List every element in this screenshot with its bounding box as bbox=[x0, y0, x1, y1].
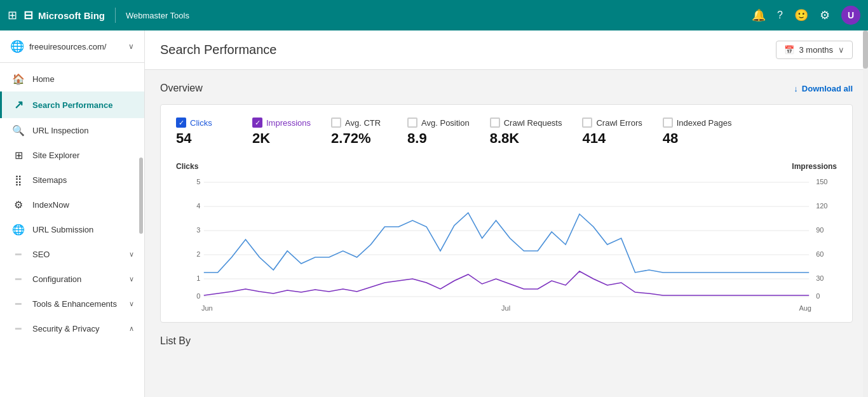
sidebar-item-site-explorer[interactable]: ⊞ Site Explorer bbox=[0, 143, 144, 168]
sidebar-item-indexnow[interactable]: ⚙ IndexNow bbox=[0, 192, 144, 217]
list-by-title: List By bbox=[160, 335, 191, 346]
date-filter-label: 3 months bbox=[799, 45, 833, 55]
indexed-pages-value: 48 bbox=[663, 130, 732, 147]
sidebar-item-home[interactable]: 🏠 Home bbox=[0, 67, 144, 91]
search-performance-icon: ↗ bbox=[12, 98, 25, 112]
sidebar-item-sitemaps[interactable]: ⣿ Sitemaps bbox=[0, 168, 144, 192]
metric-clicks-checkbox-row: Clicks bbox=[176, 118, 232, 128]
list-by-section: List By bbox=[160, 335, 853, 347]
metric-clicks: Clicks 54 bbox=[176, 118, 252, 147]
crawl-requests-value: 8.8K bbox=[490, 130, 562, 147]
header-right: 📅 3 months ∨ bbox=[776, 41, 853, 59]
topbar-right: 🔔 ? 🙂 ⚙ U bbox=[752, 6, 860, 25]
globe-icon: 🌐 bbox=[10, 39, 24, 53]
metric-impressions-checkbox-row: Impressions bbox=[252, 118, 311, 128]
sidebar-item-url-inspection[interactable]: 🔍 URL Inspection bbox=[0, 118, 144, 143]
clicks-line bbox=[204, 213, 809, 273]
download-label: Download all bbox=[802, 84, 853, 93]
avg-ctr-label: Avg. CTR bbox=[345, 118, 381, 128]
metric-crawl-requests-checkbox-row: Crawl Requests bbox=[490, 118, 562, 128]
crawl-requests-label: Crawl Requests bbox=[504, 118, 562, 128]
sitemaps-icon: ⣿ bbox=[12, 174, 25, 186]
sidebar-item-seo[interactable]: ━ SEO ∨ bbox=[0, 242, 144, 267]
topbar-logo: ⊟ Microsoft Bing bbox=[24, 8, 105, 22]
metric-impressions: Impressions 2K bbox=[252, 118, 331, 147]
topbar: ⊞ ⊟ Microsoft Bing Webmaster Tools 🔔 ? 🙂… bbox=[0, 0, 868, 30]
app-grid-icon[interactable]: ⊞ bbox=[8, 8, 17, 22]
layout: 🌐 freeuiresources.com/ ∨ 🏠 Home ↗ Search… bbox=[0, 30, 868, 397]
section-header: Overview ↓ Download all bbox=[160, 83, 853, 94]
sidebar-nav: 🏠 Home ↗ Search Performance 🔍 URL Inspec… bbox=[0, 63, 144, 397]
metric-position-checkbox-row: Avg. Position bbox=[407, 118, 470, 128]
clicks-checkbox[interactable] bbox=[176, 118, 186, 128]
stats-card: Clicks 54 Impressions 2K bbox=[160, 104, 853, 323]
x-label-jun: Jun bbox=[201, 304, 213, 312]
domain-selector[interactable]: 🌐 freeuiresources.com/ ∨ bbox=[0, 30, 144, 63]
main-scrollbar-thumb[interactable] bbox=[863, 30, 868, 69]
clicks-value: 54 bbox=[176, 130, 232, 147]
svg-text:4: 4 bbox=[196, 203, 200, 209]
smiley-icon[interactable]: 🙂 bbox=[794, 8, 808, 22]
url-submission-icon: 🌐 bbox=[12, 224, 25, 236]
metric-ctr-checkbox-row: Avg. CTR bbox=[331, 118, 387, 128]
date-filter[interactable]: 📅 3 months ∨ bbox=[776, 41, 853, 59]
calendar-icon: 📅 bbox=[784, 45, 794, 55]
sidebar-item-configuration-label: Configuration bbox=[32, 274, 81, 284]
date-filter-chevron-icon: ∨ bbox=[838, 45, 844, 55]
sidebar-item-sitemaps-label: Sitemaps bbox=[32, 175, 67, 185]
avg-ctr-checkbox[interactable] bbox=[331, 118, 341, 128]
seo-icon: ━ bbox=[12, 248, 25, 260]
x-label-aug: Aug bbox=[799, 304, 811, 312]
metric-crawl-errors: Crawl Errors 414 bbox=[582, 118, 662, 147]
avg-position-label: Avg. Position bbox=[421, 118, 470, 128]
svg-text:150: 150 bbox=[816, 178, 827, 185]
svg-text:90: 90 bbox=[816, 227, 824, 233]
avg-position-value: 8.9 bbox=[407, 130, 470, 147]
bell-icon[interactable]: 🔔 bbox=[752, 8, 766, 22]
svg-text:1: 1 bbox=[196, 275, 200, 281]
sidebar-item-url-inspection-label: URL Inspection bbox=[32, 126, 88, 135]
overview-title: Overview bbox=[160, 83, 203, 94]
tools-chevron-icon: ∨ bbox=[129, 300, 134, 308]
crawl-errors-value: 414 bbox=[582, 130, 642, 147]
configuration-chevron-icon: ∨ bbox=[129, 275, 134, 283]
sidebar-item-configuration[interactable]: ━ Configuration ∨ bbox=[0, 267, 144, 292]
sidebar-item-search-performance[interactable]: ↗ Search Performance bbox=[0, 91, 144, 118]
domain-name: freeuiresources.com/ bbox=[29, 42, 106, 51]
main-scrollbar-track bbox=[863, 30, 868, 397]
security-chevron-icon: ∧ bbox=[129, 325, 134, 333]
sidebar-item-tools-enhancements[interactable]: ━ Tools & Enhancements ∨ bbox=[0, 292, 144, 316]
chart-svg: 0 1 2 3 4 5 0 30 60 90 120 150 bbox=[176, 176, 837, 303]
sidebar-item-seo-label: SEO bbox=[32, 250, 50, 259]
metric-avg-position: Avg. Position 8.9 bbox=[407, 118, 490, 147]
tools-icon: ━ bbox=[12, 298, 25, 310]
site-explorer-icon: ⊞ bbox=[12, 149, 25, 161]
help-icon[interactable]: ? bbox=[777, 10, 783, 21]
settings-icon[interactable]: ⚙ bbox=[820, 8, 830, 22]
crawl-requests-checkbox[interactable] bbox=[490, 118, 500, 128]
impressions-value: 2K bbox=[252, 130, 311, 147]
sidebar-item-url-submission[interactable]: 🌐 URL Submission bbox=[0, 217, 144, 242]
chart-labels-row: Clicks Impressions bbox=[176, 162, 837, 171]
svg-text:2: 2 bbox=[196, 251, 200, 257]
windows-icon: ⊟ bbox=[24, 8, 33, 22]
indexed-pages-checkbox[interactable] bbox=[663, 118, 673, 128]
crawl-errors-checkbox[interactable] bbox=[582, 118, 592, 128]
impressions-checkbox[interactable] bbox=[252, 118, 262, 128]
domain-chevron-icon: ∨ bbox=[128, 42, 134, 51]
page-title: Search Performance bbox=[160, 43, 276, 57]
indexnow-icon: ⚙ bbox=[12, 199, 25, 211]
avatar[interactable]: U bbox=[841, 6, 860, 25]
x-label-jul: Jul bbox=[501, 304, 510, 312]
svg-text:3: 3 bbox=[196, 227, 200, 233]
configuration-icon: ━ bbox=[12, 273, 25, 285]
clicks-label: Clicks bbox=[190, 118, 212, 128]
brand-name: Microsoft Bing bbox=[38, 10, 105, 21]
sidebar-item-url-submission-label: URL Submission bbox=[32, 225, 93, 234]
topbar-divider bbox=[115, 8, 116, 23]
download-all-button[interactable]: ↓ Download all bbox=[794, 84, 853, 93]
chart-right-label: Impressions bbox=[792, 162, 837, 171]
sidebar-scrollbar[interactable] bbox=[139, 158, 143, 234]
sidebar-item-security-privacy[interactable]: ━ Security & Privacy ∧ bbox=[0, 316, 144, 341]
avg-position-checkbox[interactable] bbox=[407, 118, 417, 128]
